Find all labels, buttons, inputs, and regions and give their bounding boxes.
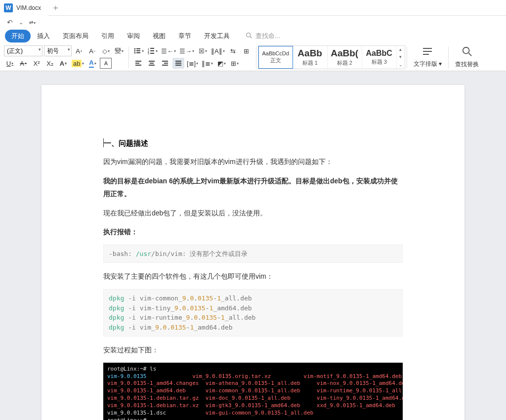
menu-review[interactable]: 审阅 xyxy=(121,30,146,42)
text-layout-button[interactable]: 文字排版 ▾ xyxy=(409,46,447,68)
document-tab[interactable]: W VIM.docx xyxy=(0,0,48,16)
menu-reference[interactable]: 引用 xyxy=(95,30,121,42)
style-h3[interactable]: AaBbC 标题 3 xyxy=(362,46,397,69)
svg-point-29 xyxy=(463,47,469,53)
document-content[interactable]: 一、问题描述 因为vim漏洞的问题，我需要对旧版本的vim进行升级，我遇到的问题… xyxy=(103,138,403,420)
separator xyxy=(448,46,449,68)
search-box[interactable]: 查找命... xyxy=(245,32,280,41)
svg-rect-25 xyxy=(175,65,181,66)
ribbon: (正文) 初号 A+ A− ◇ 變 U A X² X₂ A ab A A 123… xyxy=(0,43,506,71)
shading-button[interactable]: ◩ xyxy=(215,58,227,69)
layout-label: 文字排版 ▾ xyxy=(414,60,442,68)
svg-rect-13 xyxy=(150,53,154,54)
app-icon: W xyxy=(4,3,13,12)
svg-rect-3 xyxy=(136,48,140,49)
workspace[interactable]: 一、问题描述 因为vim漏洞的问题，我需要对旧版本的vim进行升级，我遇到的问题… xyxy=(0,71,506,420)
svg-rect-16 xyxy=(135,65,141,66)
menu-view[interactable]: 视图 xyxy=(146,30,172,42)
paragraph: 安装过程如下图： xyxy=(103,343,403,357)
svg-line-30 xyxy=(469,53,472,56)
svg-rect-14 xyxy=(135,61,141,62)
subscript-button[interactable]: X₂ xyxy=(44,58,56,69)
svg-rect-19 xyxy=(149,65,155,66)
column-button[interactable]: ‖≣ xyxy=(201,58,214,69)
svg-point-0 xyxy=(247,33,251,37)
font-group: (正文) 初号 A+ A− ◇ 變 U A X² X₂ A ab A A xyxy=(2,43,127,71)
svg-rect-7 xyxy=(136,52,140,53)
borders-button[interactable]: ⊞ xyxy=(229,58,241,69)
outdent-button[interactable]: ☰← xyxy=(160,45,177,56)
qat-customize[interactable]: ⇄ xyxy=(29,20,36,25)
terminal-screenshot: root@Linx:~# ls vim-9.0.0135 vim_9.0.013… xyxy=(103,363,403,420)
bullets-button[interactable] xyxy=(132,45,145,56)
svg-text:3: 3 xyxy=(148,52,149,55)
menu-insert[interactable]: 插入 xyxy=(31,30,56,42)
style-scroll[interactable]: ▴▾⌄ xyxy=(397,46,405,69)
phonetic-guide-button[interactable]: 變 xyxy=(113,45,125,56)
clear-format-button[interactable]: ◇ xyxy=(100,45,112,56)
align-justify-button[interactable] xyxy=(172,58,184,69)
style-gallery[interactable]: AaBbCcDd 正文 AaBb 标题 1 AaBb( 标题 2 AaBbC 标… xyxy=(258,45,405,69)
tab-title: VIM.docx xyxy=(16,4,41,11)
highlight-button[interactable]: ab xyxy=(71,58,85,69)
menu-pagelayout[interactable]: 页面布局 xyxy=(56,30,95,42)
line-spacing-button[interactable]: ‖A‖ xyxy=(210,45,226,56)
paragraph: 现在我已经做出deb包了，但是安装以后，没法使用。 xyxy=(103,207,403,220)
sort-button[interactable]: ☒ xyxy=(197,45,209,56)
svg-rect-22 xyxy=(162,65,168,66)
separator xyxy=(256,46,256,68)
style-label: 标题 3 xyxy=(372,58,387,66)
align-center-button[interactable] xyxy=(146,58,158,69)
character-border-button[interactable]: A xyxy=(100,58,112,69)
align-right-button[interactable] xyxy=(159,58,171,69)
style-label: 标题 1 xyxy=(302,59,318,67)
grow-font-button[interactable]: A+ xyxy=(73,45,85,56)
code-block-dpkg: dpkg -i vim-common_9.0.0135-1_all.debdpk… xyxy=(103,289,403,336)
align-distribute-button[interactable]: ⊞ xyxy=(241,45,253,56)
titlebar: W VIM.docx ＋ xyxy=(0,0,506,16)
underline-button[interactable]: U xyxy=(4,58,16,69)
separator xyxy=(407,46,407,68)
style-preview: AaBb xyxy=(297,48,322,59)
style-h1[interactable]: AaBb 标题 1 xyxy=(293,46,328,69)
new-tab-button[interactable]: ＋ xyxy=(48,2,63,13)
style-label: 正文 xyxy=(270,57,281,64)
svg-rect-17 xyxy=(149,61,155,62)
paragraph-bold: 我的目标是在debian 6的系统上对vim最新版本进行升级适配。目标是做出de… xyxy=(103,174,403,201)
numbering-button[interactable]: 123 xyxy=(146,45,159,56)
strikethrough-button[interactable]: A xyxy=(17,58,29,69)
svg-rect-23 xyxy=(175,61,181,62)
layout-icon xyxy=(422,46,433,59)
menu-section[interactable]: 章节 xyxy=(172,30,198,42)
text-effects-button[interactable]: A xyxy=(57,58,69,69)
style-preview: AaBb( xyxy=(331,48,358,59)
find-replace-button[interactable]: 查找替换 xyxy=(450,46,484,69)
font-family-select[interactable]: (正文) xyxy=(4,45,42,56)
indent-button[interactable]: ☰→ xyxy=(178,45,195,56)
style-preview: AaBbCcDd xyxy=(262,50,289,56)
style-h2[interactable]: AaBb( 标题 2 xyxy=(328,46,362,69)
align-left-button[interactable] xyxy=(132,58,144,69)
paragraph: 我安装了主要的四个软件包，有这几个包即可使用vim： xyxy=(103,270,403,283)
style-label: 标题 2 xyxy=(337,59,352,67)
superscript-button[interactable]: X² xyxy=(31,58,42,69)
svg-rect-5 xyxy=(136,50,140,51)
font-color-button[interactable]: A xyxy=(86,58,98,69)
svg-point-6 xyxy=(134,52,135,53)
redo-dropdown[interactable]: ⌄ xyxy=(19,19,23,26)
undo-button[interactable]: ↶ xyxy=(7,18,13,26)
svg-point-4 xyxy=(134,50,135,51)
svg-rect-24 xyxy=(175,63,181,64)
separator xyxy=(128,46,129,68)
menu-bar: 开始 插入 页面布局 引用 审阅 视图 章节 开发工具 查找命... xyxy=(0,29,506,43)
font-size-select[interactable]: 初号 xyxy=(44,45,72,56)
shrink-font-button[interactable]: A− xyxy=(86,45,98,56)
text-direction-button[interactable]: [≣] xyxy=(186,58,199,69)
distribute-button[interactable]: ⇆ xyxy=(227,45,239,56)
style-body[interactable]: AaBbCcDd 正文 xyxy=(258,46,293,69)
menu-start[interactable]: 开始 xyxy=(5,30,31,42)
magnify-icon xyxy=(462,46,472,59)
menu-developer[interactable]: 开发工具 xyxy=(198,30,236,42)
document-page[interactable]: 一、问题描述 因为vim漏洞的问题，我需要对旧版本的vim进行升级，我遇到的问题… xyxy=(42,85,464,420)
quick-access-toolbar: ↶ ⌄ ⇄ xyxy=(0,16,506,29)
